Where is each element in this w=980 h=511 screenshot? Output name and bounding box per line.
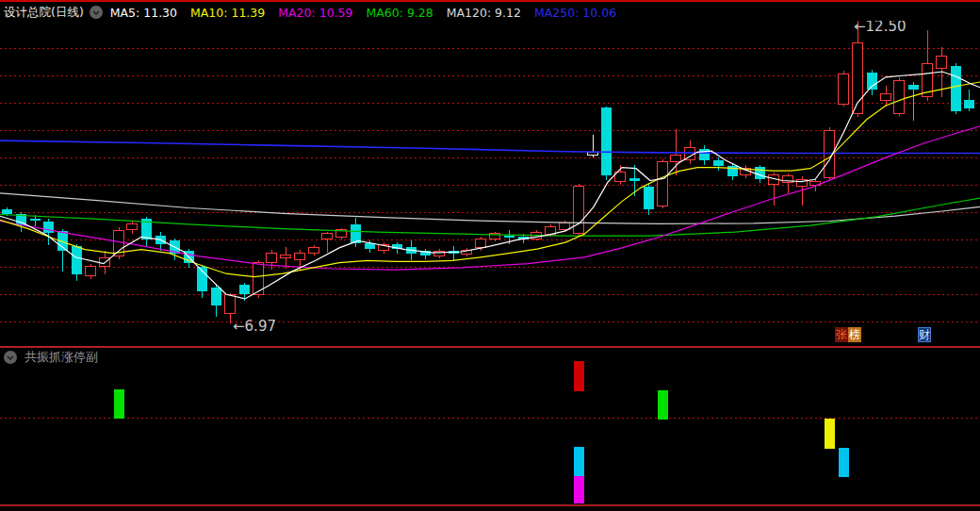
ma20-readout: MA20: 10.59 <box>278 6 352 20</box>
candle[interactable] <box>588 135 598 157</box>
candle-body <box>72 246 82 274</box>
candle[interactable] <box>170 239 180 260</box>
candle[interactable] <box>601 107 612 180</box>
candle[interactable] <box>894 77 905 116</box>
badge-bang[interactable]: 榜 <box>848 327 861 342</box>
signal-indicator-panel[interactable] <box>0 356 980 504</box>
candle-body <box>295 253 305 259</box>
candle-body <box>504 236 514 238</box>
candle-body <box>951 66 961 111</box>
candle-body <box>267 253 277 262</box>
candle-body <box>601 107 612 175</box>
candle-body <box>239 285 250 294</box>
signal-bar-cyan-signal-1[interactable] <box>574 447 584 476</box>
candle[interactable] <box>783 173 793 193</box>
chart-header: 设计总院(日线) MA5: 11.30 MA10: 11.39 MA20: 10… <box>4 3 980 22</box>
candle[interactable] <box>434 249 445 258</box>
candle[interactable] <box>462 248 472 256</box>
candle[interactable] <box>727 164 738 180</box>
candle-body <box>86 266 96 275</box>
ma10-line <box>0 82 980 277</box>
price-annotation: ←6.97 <box>233 318 276 335</box>
candle[interactable] <box>72 244 82 282</box>
candle-body <box>434 251 445 256</box>
candle-body <box>894 80 905 113</box>
candle-body <box>560 223 570 229</box>
candle-body <box>839 74 849 104</box>
candle-body <box>881 94 891 101</box>
top-border-line <box>0 0 980 2</box>
signal-bar-green-signal-1[interactable] <box>114 389 124 419</box>
candle-body <box>937 56 947 68</box>
candle[interactable] <box>322 232 333 253</box>
signal-bar-green-signal-2[interactable] <box>658 390 668 420</box>
candle[interactable] <box>267 250 277 270</box>
signal-bar-cyan-signal-2[interactable] <box>839 448 849 477</box>
candle-body <box>588 153 598 155</box>
candle-body <box>225 294 236 313</box>
candle[interactable] <box>379 242 389 254</box>
signal-bar-yellow-signal[interactable] <box>825 419 835 449</box>
ma250-readout: MA250: 10.06 <box>534 6 616 20</box>
symbol-title: 设计总院(日线) <box>4 5 84 21</box>
signal-bar-magenta-signal[interactable] <box>574 476 584 503</box>
ma5-readout: MA5: 11.30 <box>110 6 177 20</box>
candle-body <box>322 234 333 239</box>
badge-zhang[interactable]: 张 <box>835 327 848 342</box>
candle[interactable] <box>86 264 96 279</box>
candle[interactable] <box>449 246 459 261</box>
candle[interactable] <box>644 183 654 215</box>
candle-body <box>908 85 919 90</box>
candle-body <box>964 100 974 108</box>
candle-body <box>476 239 486 248</box>
collapse-chevron-icon[interactable] <box>90 6 103 19</box>
candle[interactable] <box>309 245 319 256</box>
candlestick-chart[interactable]: ←12.50←6.97 <box>0 21 980 347</box>
ma120-readout: MA120: 9.12 <box>447 6 521 20</box>
candle-body <box>211 288 221 305</box>
price-annotation: ←12.50 <box>854 21 906 35</box>
candle[interactable] <box>658 159 668 208</box>
candle[interactable] <box>839 71 849 107</box>
ma60-readout: MA60: 9.28 <box>366 6 433 20</box>
ma10-readout: MA10: 11.39 <box>190 6 265 20</box>
candle-body <box>699 149 710 160</box>
panel-separator-line <box>0 346 980 348</box>
candle[interactable] <box>336 228 347 239</box>
candle[interactable] <box>574 184 584 236</box>
candle[interactable] <box>951 63 961 114</box>
candle[interactable] <box>211 285 221 317</box>
candle-body <box>30 219 41 221</box>
candle-body <box>629 178 640 180</box>
badge-cai[interactable]: 财 <box>918 327 931 342</box>
candle-body <box>2 209 12 214</box>
candle[interactable] <box>964 90 974 112</box>
candle[interactable] <box>184 249 194 269</box>
candle[interactable] <box>127 222 138 235</box>
candle-body <box>644 187 654 209</box>
candle-body <box>281 256 291 258</box>
candle-body <box>127 224 138 230</box>
candle[interactable] <box>420 249 431 260</box>
candle-body <box>658 162 668 206</box>
candle-body <box>309 247 319 253</box>
candle[interactable] <box>43 219 54 245</box>
bottom-border-line <box>0 504 980 506</box>
candle-body <box>365 243 375 249</box>
candle[interactable] <box>699 145 710 164</box>
candle[interactable] <box>923 30 933 101</box>
candle[interactable] <box>908 82 919 121</box>
candle-body <box>713 160 724 166</box>
candle-body <box>43 222 54 234</box>
candle-body <box>671 156 681 162</box>
stock-app-window: 设计总院(日线) MA5: 11.30 MA10: 11.39 MA20: 10… <box>0 0 980 511</box>
signal-bar-red-signal[interactable] <box>574 361 584 391</box>
